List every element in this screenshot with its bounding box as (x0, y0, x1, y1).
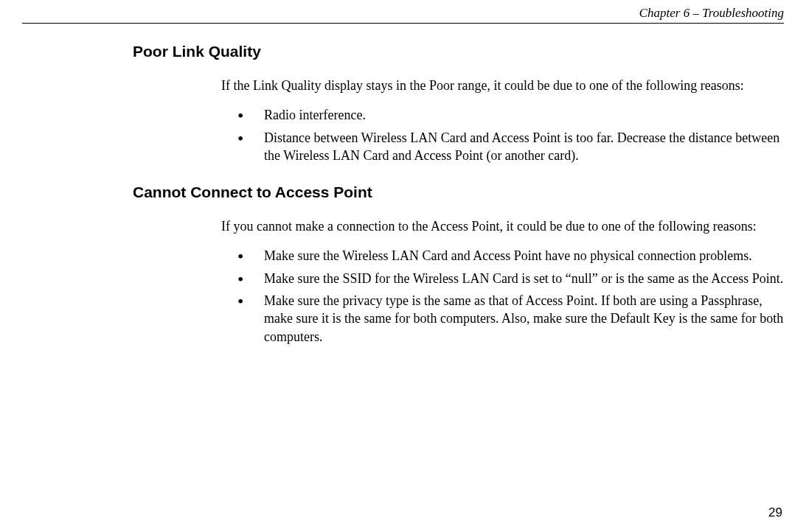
header-rule (22, 23, 784, 24)
list-item: Distance between Wireless LAN Card and A… (234, 129, 784, 165)
page-number: 29 (768, 505, 782, 520)
heading-poor-link-quality: Poor Link Quality (133, 43, 784, 60)
bullet-list-cannot-connect: Make sure the Wireless LAN Card and Acce… (234, 247, 784, 345)
section-poor-link-body: If the Link Quality display stays in the… (221, 77, 784, 164)
list-item: Radio interference. (234, 106, 784, 124)
list-item: Make sure the privacy type is the same a… (234, 292, 784, 346)
bullet-list-poor-link: Radio interference. Distance between Wir… (234, 106, 784, 164)
section-cannot-connect-body: If you cannot make a connection to the A… (221, 217, 784, 346)
chapter-label: Chapter 6 – Troubleshooting (22, 6, 784, 21)
page-content: Poor Link Quality If the Link Quality di… (133, 37, 784, 365)
intro-paragraph: If the Link Quality display stays in the… (221, 77, 784, 94)
list-item: Make sure the SSID for the Wireless LAN … (234, 270, 784, 287)
intro-paragraph: If you cannot make a connection to the A… (221, 217, 784, 235)
list-item: Make sure the Wireless LAN Card and Acce… (234, 247, 784, 265)
page-header: Chapter 6 – Troubleshooting (22, 6, 784, 24)
heading-cannot-connect: Cannot Connect to Access Point (133, 183, 784, 201)
